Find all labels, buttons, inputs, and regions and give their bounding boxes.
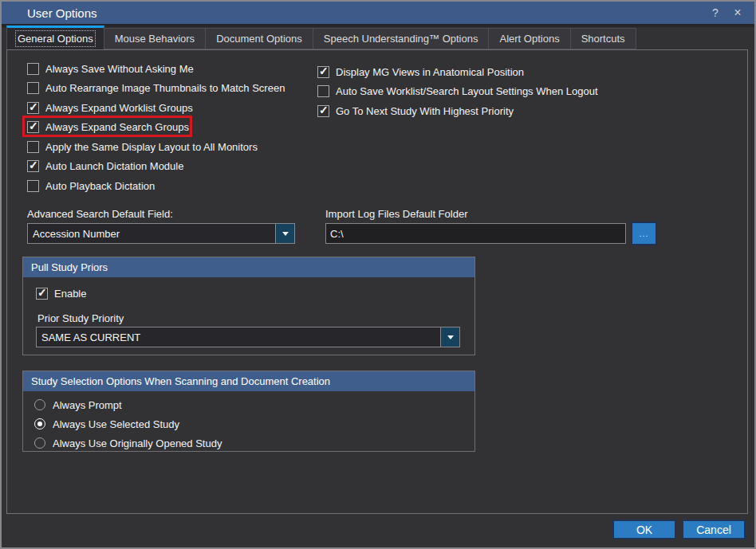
tab-mouse-behaviors[interactable]: Mouse Behaviors: [104, 28, 206, 49]
pull-study-priors-body: Enable Prior Study Priority SAME AS CURR…: [23, 277, 474, 355]
titlebar[interactable]: User Options ? ×: [2, 2, 754, 24]
checkbox-always-save-without-asking[interactable]: Always Save Without Asking Me: [27, 59, 285, 79]
user-options-dialog: User Options ? × General Options Mouse B…: [0, 0, 756, 549]
tab-shortcuts[interactable]: Shortcuts: [571, 28, 636, 49]
titlebar-buttons: ? ×: [707, 4, 754, 22]
checkbox-box: [27, 63, 39, 75]
study-selection-options-group: Study Selection Options When Scanning an…: [22, 371, 475, 452]
radio-always-use-originally-opened-study[interactable]: Always Use Originally Opened Study: [34, 433, 474, 453]
checkbox-enable-pull-priors[interactable]: Enable: [36, 284, 86, 304]
radio-always-use-selected-study[interactable]: Always Use Selected Study: [34, 414, 474, 433]
ok-button[interactable]: OK: [612, 520, 676, 539]
pull-study-priors-group: Pull Study Priors Enable Prior Study Pri…: [22, 257, 475, 355]
checkbox-auto-rearrange-thumbnails[interactable]: Auto Rearrange Image Thumbnails to Match…: [27, 79, 285, 99]
left-checkbox-column: Always Save Without Asking Me Auto Rearr…: [27, 59, 285, 196]
radio-circle: [34, 399, 45, 410]
radio-circle-selected: [34, 418, 45, 429]
tab-alert-options[interactable]: Alert Options: [489, 28, 570, 49]
radio-always-prompt[interactable]: Always Prompt: [34, 395, 474, 414]
checkbox-box: [27, 180, 39, 192]
checkbox-always-expand-search-groups[interactable]: Always Expand Search Groups: [27, 118, 285, 138]
tab-document-options[interactable]: Document Options: [206, 28, 313, 49]
help-icon[interactable]: ?: [707, 4, 724, 22]
tab-strip: General Options Mouse Behaviors Document…: [6, 25, 636, 49]
cancel-button[interactable]: Cancel: [682, 520, 746, 539]
prior-study-priority-dropdown[interactable]: SAME AS CURRENT: [36, 327, 460, 347]
checkbox-auto-launch-dictation[interactable]: Auto Launch Dictation Module: [27, 157, 285, 177]
checkbox-box: [317, 85, 329, 97]
import-log-folder-label: Import Log Files Default Folder: [325, 208, 467, 220]
checkbox-box-checked: [317, 66, 329, 78]
chevron-down-icon: [440, 327, 459, 347]
checkbox-box-checked: [27, 102, 39, 114]
radio-circle: [34, 437, 45, 449]
checkbox-box-checked: [317, 105, 329, 117]
checkbox-apply-same-display-layout[interactable]: Apply the Same Display Layout to All Mon…: [27, 137, 285, 157]
advanced-search-dropdown-value: Accession Number: [28, 224, 275, 243]
advanced-search-default-field-label: Advanced Search Default Field:: [27, 208, 173, 220]
tab-general-options[interactable]: General Options: [6, 25, 104, 49]
tab-speech-understanding-options[interactable]: Speech Understanding™ Options: [313, 28, 490, 49]
checkbox-auto-save-worklist-layout[interactable]: Auto Save Worklist/Search Layout Setting…: [317, 82, 598, 102]
chevron-down-icon: [275, 224, 294, 243]
study-selection-options-body: Always Prompt Always Use Selected Study …: [23, 391, 474, 453]
close-icon[interactable]: ×: [729, 4, 746, 22]
checkbox-go-to-next-study[interactable]: Go To Next Study With Highest Priority: [317, 101, 598, 121]
checkbox-box-checked: [27, 160, 39, 172]
checkbox-box: [27, 82, 39, 94]
import-log-folder-input[interactable]: [325, 223, 626, 244]
window-title: User Options: [2, 6, 97, 20]
right-checkbox-column: Display MG Views in Anatomical Position …: [317, 62, 598, 121]
checkbox-box-checked: [36, 288, 48, 300]
checkbox-auto-playback-dictation[interactable]: Auto Playback Dictation: [27, 176, 285, 196]
checkbox-always-expand-worklist-groups[interactable]: Always Expand Worklist Groups: [27, 98, 285, 118]
prior-study-priority-dropdown-value: SAME AS CURRENT: [37, 327, 440, 347]
prior-study-priority-label: Prior Study Priority: [37, 312, 124, 324]
study-selection-options-header: Study Selection Options When Scanning an…: [23, 371, 474, 391]
advanced-search-dropdown[interactable]: Accession Number: [27, 223, 295, 244]
pull-study-priors-header: Pull Study Priors: [23, 257, 474, 277]
browse-button[interactable]: ...: [631, 222, 657, 245]
checkbox-display-mg-views[interactable]: Display MG Views in Anatomical Position: [317, 62, 598, 82]
checkbox-box-checked: [27, 121, 39, 133]
checkbox-box: [27, 141, 39, 153]
